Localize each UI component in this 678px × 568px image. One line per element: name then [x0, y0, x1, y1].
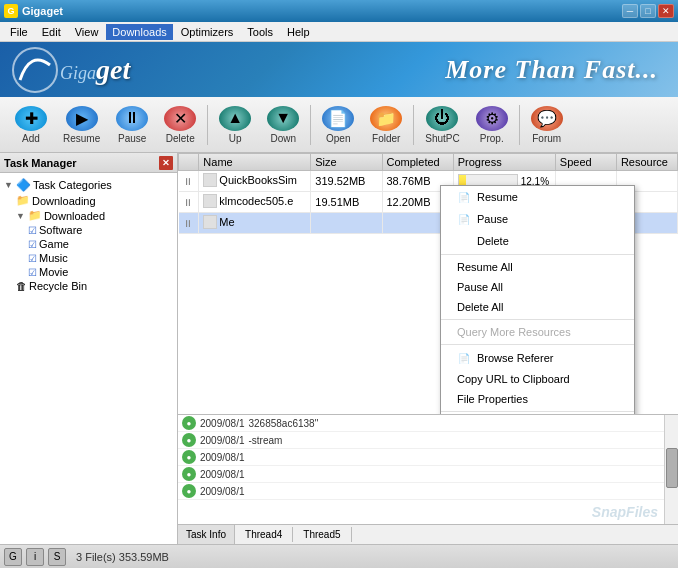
up-button[interactable]: ▲ Up [212, 101, 258, 149]
forum-button[interactable]: 💬 Forum [524, 101, 570, 149]
add-icon: ✚ [15, 106, 47, 131]
log-icon: ● [182, 484, 196, 498]
ctx-file-properties[interactable]: File Properties [441, 389, 634, 409]
col-speed[interactable]: Speed [555, 154, 616, 171]
log-entry: ● 2009/08/1 [178, 466, 678, 483]
toolbar: ✚ Add ▶ Resume ⏸ Pause ✕ Delete ▲ Up ▼ D… [0, 97, 678, 153]
context-menu: 📄 Resume 📄 Pause Delete Resume All Pause… [440, 185, 635, 414]
downloaded-label: Downloaded [44, 210, 105, 222]
banner-tagline: More Than Fast... [445, 55, 658, 85]
svg-point-0 [13, 48, 57, 92]
menu-help[interactable]: Help [281, 24, 316, 40]
menu-optimizers[interactable]: Optimizers [175, 24, 240, 40]
tree-movie[interactable]: ☑ Movie [4, 265, 173, 279]
tree-downloading[interactable]: 📁 Downloading [4, 193, 173, 208]
col-name[interactable]: Name [199, 154, 311, 171]
add-button[interactable]: ✚ Add [8, 101, 54, 149]
col-completed[interactable]: Completed [382, 154, 453, 171]
resume-button[interactable]: ▶ Resume [56, 101, 107, 149]
ctx-browse-referer[interactable]: 📄 Browse Referer [441, 347, 634, 369]
categories-icon: 🔷 [16, 178, 31, 192]
row-size: 19.51MB [311, 192, 382, 213]
col-status [179, 154, 199, 171]
log-scrollbar[interactable] [664, 415, 678, 524]
shutpc-button[interactable]: ⏻ ShutPC [418, 101, 466, 149]
title-bar: G Gigaget ─ □ ✕ [0, 0, 678, 22]
log-time: 2009/08/1 [200, 469, 245, 480]
ctx-delete[interactable]: Delete [441, 230, 634, 252]
status-btn-2[interactable]: i [26, 548, 44, 566]
ctx-resume[interactable]: 📄 Resume [441, 186, 634, 208]
log-time: 2009/08/1 [200, 486, 245, 497]
ctx-copy-url[interactable]: Copy URL to Clipboard [441, 369, 634, 389]
log-time: 2009/08/1 [200, 452, 245, 463]
forum-label: Forum [532, 133, 561, 144]
task-info-button[interactable]: Task Info [178, 525, 235, 544]
open-button[interactable]: 📄 Open [315, 101, 361, 149]
tree-task-categories[interactable]: ▼ 🔷 Task Categories [4, 177, 173, 193]
menu-edit[interactable]: Edit [36, 24, 67, 40]
sidebar-title: Task Manager [4, 157, 77, 169]
log-entry: ● 2009/08/1 -stream [178, 432, 678, 449]
tree-game[interactable]: ☑ Game [4, 237, 173, 251]
sidebar-close-button[interactable]: ✕ [159, 156, 173, 170]
thread5-tab[interactable]: Thread5 [293, 527, 351, 542]
log-scrollbar-thumb[interactable] [666, 448, 678, 488]
menu-bar: File Edit View Downloads Optimizers Tool… [0, 22, 678, 42]
menu-view[interactable]: View [69, 24, 105, 40]
prop-button[interactable]: ⚙ Prop. [469, 101, 515, 149]
tree-software[interactable]: ☑ Software [4, 223, 173, 237]
ctx-resume-all[interactable]: Resume All [441, 257, 634, 277]
game-check-icon: ☑ [28, 239, 37, 250]
main-area: Task Manager ✕ ▼ 🔷 Task Categories 📁 Dow… [0, 153, 678, 544]
log-entry: ● 2009/08/1 [178, 483, 678, 500]
minimize-button[interactable]: ─ [622, 4, 638, 18]
content-area: Name Size Completed Progress Speed Resou… [178, 153, 678, 544]
maximize-button[interactable]: □ [640, 4, 656, 18]
movie-label: Movie [39, 266, 68, 278]
shutpc-label: ShutPC [425, 133, 459, 144]
log-entry: ● 2009/08/1 326858ac6138" [178, 415, 678, 432]
recycle-bin-icon: 🗑 [16, 280, 27, 292]
sidebar: Task Manager ✕ ▼ 🔷 Task Categories 📁 Dow… [0, 153, 178, 544]
game-label: Game [39, 238, 69, 250]
watermark: SnapFiles [592, 504, 658, 520]
row-size: 319.52MB [311, 171, 382, 192]
menu-file[interactable]: File [4, 24, 34, 40]
delete-button[interactable]: ✕ Delete [157, 101, 203, 149]
ctx-pause-all[interactable]: Pause All [441, 277, 634, 297]
menu-downloads[interactable]: Downloads [106, 24, 172, 40]
folder-button[interactable]: 📁 Folder [363, 101, 409, 149]
tree-recycle-bin[interactable]: 🗑 Recycle Bin [4, 279, 173, 293]
status-text: 3 File(s) 353.59MB [76, 551, 169, 563]
thread4-tab[interactable]: Thread4 [235, 527, 293, 542]
tree-music[interactable]: ☑ Music [4, 251, 173, 265]
music-label: Music [39, 252, 68, 264]
row-status-icon: ⏸ [179, 213, 199, 234]
col-progress[interactable]: Progress [453, 154, 555, 171]
ctx-query-more: Query More Resources [441, 322, 634, 342]
menu-tools[interactable]: Tools [241, 24, 279, 40]
tree-downloaded[interactable]: ▼ 📁 Downloaded [4, 208, 173, 223]
logo-main: get [96, 54, 130, 85]
close-button[interactable]: ✕ [658, 4, 674, 18]
resume-icon: ▶ [66, 106, 98, 131]
log-icon: ● [182, 450, 196, 464]
col-size[interactable]: Size [311, 154, 382, 171]
status-btn-1[interactable]: G [4, 548, 22, 566]
status-btn-3[interactable]: S [48, 548, 66, 566]
file-table-wrapper[interactable]: Name Size Completed Progress Speed Resou… [178, 153, 678, 414]
log-message: -stream [249, 435, 283, 446]
downloaded-folder-icon: 📁 [28, 209, 42, 222]
logo-swoosh-icon [10, 45, 60, 95]
ctx-pause[interactable]: 📄 Pause [441, 208, 634, 230]
down-button[interactable]: ▼ Down [260, 101, 306, 149]
pause-button[interactable]: ⏸ Pause [109, 101, 155, 149]
col-resource[interactable]: Resource [616, 154, 677, 171]
open-icon: 📄 [322, 106, 354, 131]
thread-tab-area: Task Info Thread4 Thread5 [178, 524, 678, 544]
software-check-icon: ☑ [28, 225, 37, 236]
log-icon: ● [182, 416, 196, 430]
ctx-sep-2 [441, 319, 634, 320]
ctx-delete-all[interactable]: Delete All [441, 297, 634, 317]
